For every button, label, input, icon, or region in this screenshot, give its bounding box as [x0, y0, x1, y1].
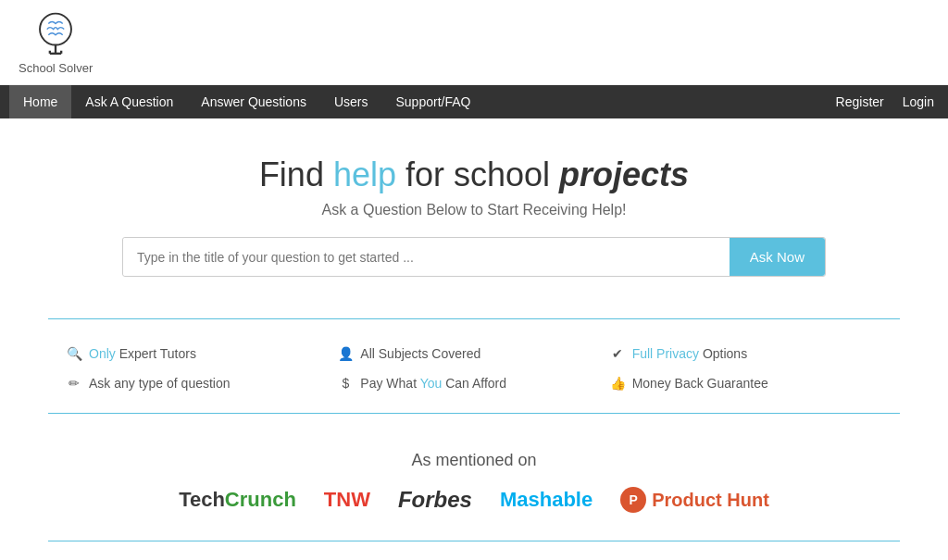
ph-text: Product Hunt — [652, 490, 769, 511]
check-icon: ✔ — [610, 346, 625, 361]
feature-privacy-text: Full Privacy Options — [632, 346, 748, 361]
divider-mid — [48, 413, 900, 414]
logo-icon — [31, 9, 81, 59]
feature-all-subjects: 👤 All Subjects Covered — [338, 342, 609, 365]
logo-text: School Solver — [19, 61, 93, 75]
hero-section: Find help for school projects Ask a Ques… — [0, 118, 948, 305]
brand-forbes: Forbes — [398, 487, 472, 513]
search-icon: 🔍 — [67, 346, 81, 361]
person-icon: 👤 — [338, 346, 353, 361]
search-bar: Ask Now — [122, 237, 826, 277]
hero-title-projects: projects — [559, 156, 689, 193]
nav-support[interactable]: Support/FAQ — [381, 85, 484, 118]
nav-users[interactable]: Users — [320, 85, 382, 118]
nav-left: Home Ask A Question Answer Questions Use… — [9, 85, 831, 118]
dollar-icon: $ — [338, 376, 353, 391]
crunch-text: Crunch — [225, 488, 296, 511]
hero-subtitle: Ask a Question Below to Start Receiving … — [19, 202, 929, 218]
tagline-section: The Number One Site in the World for Onl… — [0, 555, 948, 560]
hero-title-pre: Find — [259, 156, 333, 193]
nav-answer-questions[interactable]: Answer Questions — [187, 85, 320, 118]
nav-home[interactable]: Home — [9, 85, 71, 118]
nav-ask-question[interactable]: Ask A Question — [71, 85, 187, 118]
brand-producthunt: P Product Hunt — [620, 487, 769, 513]
brand-techcrunch: TechCrunch — [179, 488, 296, 512]
feature-any-question-text: Ask any type of question — [89, 376, 231, 391]
hero-title-mid: for school — [396, 156, 559, 193]
main-nav: Home Ask A Question Answer Questions Use… — [0, 85, 948, 118]
ph-icon: P — [620, 487, 646, 513]
hero-title: Find help for school projects — [19, 156, 929, 194]
feature-any-question: ✏ Ask any type of question — [67, 372, 338, 394]
feature-expert-tutors: 🔍 Only Expert Tutors — [67, 342, 338, 365]
pencil-icon: ✏ — [67, 376, 81, 391]
feature-privacy: ✔ Full Privacy Options — [610, 342, 881, 365]
thumbsup-icon: 👍 — [610, 376, 625, 391]
brands-row: TechCrunch TNW Forbes Mashable P Product… — [19, 487, 929, 513]
tech-text: Tech — [179, 488, 225, 511]
feature-pay-text: Pay What You Can Afford — [360, 376, 506, 391]
divider-bottom — [48, 541, 900, 541]
brand-tnw: TNW — [324, 488, 370, 512]
feature-money-back-text: Money Back Guarantee — [632, 376, 768, 391]
features-grid: 🔍 Only Expert Tutors 👤 All Subjects Cove… — [48, 333, 900, 399]
search-input[interactable] — [123, 238, 730, 276]
divider-top — [48, 318, 900, 319]
feature-pay-afford: $ Pay What You Can Afford — [338, 372, 609, 394]
mentioned-title: As mentioned on — [19, 451, 929, 470]
feature-subjects-text: All Subjects Covered — [360, 346, 480, 361]
nav-register[interactable]: Register — [831, 85, 889, 118]
hero-title-help: help — [333, 156, 396, 193]
mentioned-section: As mentioned on TechCrunch TNW Forbes Ma… — [0, 428, 948, 527]
header: School Solver — [0, 0, 948, 85]
feature-expert-text: Only Expert Tutors — [89, 346, 196, 361]
nav-login[interactable]: Login — [898, 85, 939, 118]
nav-right: Register Login — [831, 85, 939, 118]
feature-money-back: 👍 Money Back Guarantee — [610, 372, 881, 394]
logo-area: School Solver — [19, 9, 93, 75]
ask-now-button[interactable]: Ask Now — [730, 238, 825, 276]
svg-point-0 — [40, 14, 71, 45]
brand-mashable: Mashable — [500, 488, 592, 512]
